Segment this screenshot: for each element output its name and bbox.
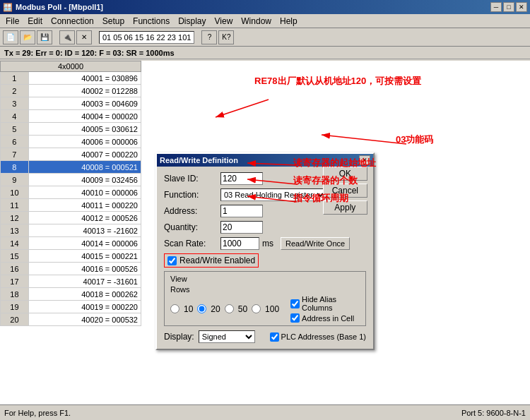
display-select[interactable]: Signed — [199, 330, 255, 343]
row-value: 40004 = 000020 — [28, 110, 141, 123]
menu-window[interactable]: Window — [237, 15, 276, 28]
row-num: 12 — [1, 212, 29, 224]
status-bar: For Help, press F1. Port 5: 9600-8-N-1 — [0, 404, 530, 420]
function-label: Function: — [164, 190, 220, 200]
table-row[interactable]: 940009 = 032456 — [1, 174, 141, 186]
table-row[interactable]: 440004 = 000020 — [1, 110, 141, 123]
function-select[interactable]: 03 Read Holding Registers (4x) — [220, 188, 326, 201]
table-row[interactable]: 540005 = 030612 — [1, 123, 141, 136]
row-num: 13 — [1, 224, 29, 237]
row-num: 8 — [1, 161, 29, 174]
menu-display[interactable]: Display — [174, 15, 210, 28]
table-row[interactable]: 2040020 = 000532 — [1, 313, 141, 326]
rows-50-radio[interactable] — [225, 304, 234, 313]
table-row[interactable]: 1440014 = 000006 — [1, 237, 141, 250]
view-section: View Rows 10 20 50 100 Hide Alias Column… — [164, 271, 366, 326]
tb-connect[interactable]: 🔌 — [59, 30, 75, 44]
rw-enabled-checkbox[interactable] — [167, 256, 177, 265]
row-value: 40002 = 012288 — [28, 85, 141, 97]
table-row[interactable]: 140001 = 030896 — [1, 72, 141, 85]
tb-about[interactable]: K? — [218, 30, 234, 44]
row-value: 40001 = 030896 — [28, 72, 141, 85]
table-row[interactable]: 1140011 = 000220 — [1, 199, 141, 212]
row-value: 40007 = 000220 — [28, 148, 141, 161]
menu-edit[interactable]: Edit — [23, 15, 47, 28]
toolbar: 📄 📂 💾 🔌 ✕ 01 05 06 15 16 22 23 101 ? K? — [0, 28, 530, 47]
address-label: Address: — [164, 206, 220, 216]
menu-connection[interactable]: Connection — [47, 15, 98, 28]
row-num: 5 — [1, 123, 29, 136]
menu-bar: File Edit Connection Setup Functions Dis… — [0, 14, 530, 28]
row-value: 40010 = 000006 — [28, 186, 141, 199]
quantity-input[interactable] — [220, 221, 263, 234]
maximize-button[interactable]: □ — [503, 2, 514, 12]
rows-100-radio[interactable] — [252, 304, 261, 313]
rows-100-label: 100 — [265, 304, 279, 314]
scan-rate-label: Scan Rate: — [164, 239, 220, 248]
toolbar-status: 01 05 06 15 16 22 23 101 — [99, 31, 194, 44]
table-row[interactable]: 1840018 = 000262 — [1, 288, 141, 301]
title-bar-text: Modbus Poll - [Mbpoll1] — [16, 3, 103, 11]
tb-open[interactable]: 📂 — [20, 30, 35, 44]
rows-label: Rows — [170, 285, 360, 294]
table-header: 4x0000 — [1, 61, 141, 72]
table-row[interactable]: 1940019 = 000220 — [1, 301, 141, 313]
table-row[interactable]: 840008 = 000521 — [1, 161, 141, 174]
rows-20-radio[interactable] — [197, 304, 206, 313]
info-bar: Tx = 29: Err = 0: ID = 120: F = 03: SR =… — [0, 47, 530, 59]
plc-address-checkbox[interactable] — [270, 332, 279, 342]
address-in-cell-row: Address in Cell — [290, 313, 360, 323]
table-row[interactable]: 1640016 = 000526 — [1, 263, 141, 275]
plc-address-row: PLC Addresses (Base 1) — [270, 332, 366, 342]
menu-file[interactable]: File — [1, 15, 23, 28]
table-row[interactable]: 1340013 = -21602 — [1, 224, 141, 237]
row-num: 19 — [1, 301, 29, 313]
rows-radio-group: 10 20 50 100 Hide Alias Columns Address … — [170, 295, 360, 323]
close-button[interactable]: ✕ — [516, 2, 527, 12]
hide-alias-row: Hide Alias Columns — [290, 295, 360, 312]
cancel-button[interactable]: Cancel — [323, 184, 367, 198]
hide-alias-checkbox[interactable] — [290, 299, 300, 308]
dialog-close-button[interactable]: ✕ — [359, 155, 370, 165]
rw-enabled-label: Read/Write Enabled — [179, 256, 255, 265]
table-row[interactable]: 740007 = 000220 — [1, 148, 141, 161]
table-row[interactable]: 1240012 = 000526 — [1, 212, 141, 224]
menu-setup[interactable]: Setup — [98, 15, 129, 28]
menu-view[interactable]: View — [211, 15, 237, 28]
apply-button[interactable]: Apply — [323, 200, 367, 215]
rows-10-radio[interactable] — [170, 304, 179, 313]
row-value: 40018 = 000262 — [28, 288, 141, 301]
row-num: 11 — [1, 199, 29, 212]
slave-id-label: Slave ID: — [164, 174, 220, 184]
row-num: 17 — [1, 275, 29, 288]
table-row[interactable]: 240002 = 012288 — [1, 85, 141, 97]
scan-rate-row: Scan Rate: ms Read/Write Once — [164, 237, 366, 250]
ok-button[interactable]: OK — [323, 167, 367, 181]
row-num: 1 — [1, 72, 29, 85]
table-row[interactable]: 1040010 = 000006 — [1, 186, 141, 199]
table-row[interactable]: 1740017 = -31601 — [1, 275, 141, 288]
row-value: 40012 = 000526 — [28, 212, 141, 224]
address-input[interactable] — [220, 205, 263, 217]
tb-help[interactable]: ? — [201, 30, 217, 44]
bottom-row: Display: Signed PLC Addresses (Base 1) — [164, 330, 366, 343]
quantity-row: Quantity: — [164, 221, 366, 234]
tb-new[interactable]: 📄 — [3, 30, 18, 44]
main-content: 4x0000 140001 = 030896240002 = 012288340… — [0, 61, 530, 404]
address-in-cell-checkbox[interactable] — [290, 313, 300, 323]
tb-disconnect[interactable]: ✕ — [76, 30, 92, 44]
menu-functions[interactable]: Functions — [129, 15, 174, 28]
title-bar: 🪟 Modbus Poll - [Mbpoll1] ─ □ ✕ — [0, 0, 530, 14]
rw-once-button[interactable]: Read/Write Once — [281, 237, 350, 250]
minimize-button[interactable]: ─ — [490, 2, 502, 12]
table-row[interactable]: 640006 = 000006 — [1, 136, 141, 148]
view-label: View — [170, 275, 360, 283]
tb-save[interactable]: 💾 — [37, 30, 52, 44]
slave-id-input[interactable] — [220, 172, 263, 185]
menu-help[interactable]: Help — [276, 15, 302, 28]
table-row[interactable]: 340003 = 004609 — [1, 97, 141, 110]
row-value: 40008 = 000521 — [28, 161, 141, 174]
scan-rate-input[interactable] — [220, 237, 259, 250]
table-row[interactable]: 1540015 = 000221 — [1, 250, 141, 263]
row-num: 20 — [1, 313, 29, 326]
